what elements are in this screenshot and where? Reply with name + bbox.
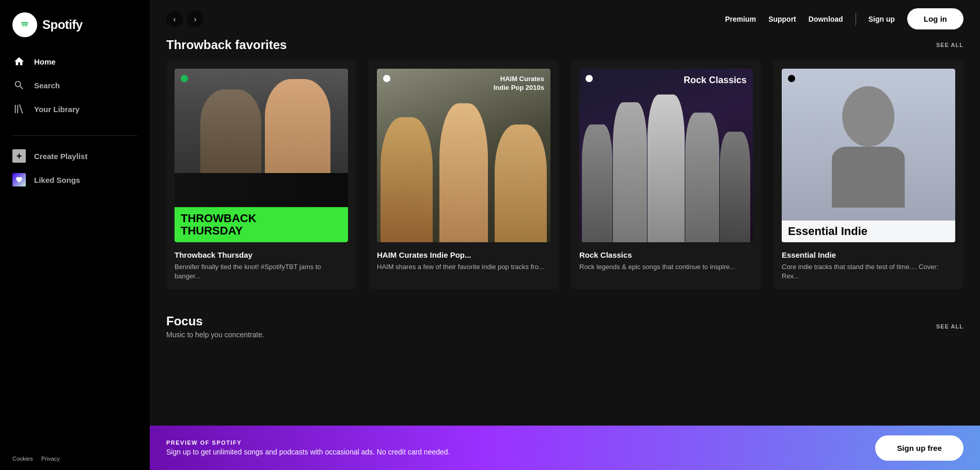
banner-description: Sign up to get unlimited songs and podca…	[166, 448, 450, 456]
svg-rect-2	[17, 105, 18, 114]
focus-title: Focus	[166, 314, 264, 328]
banner-preview-label: PREVIEW OF SPOTIFY	[166, 440, 450, 446]
focus-section: Focus Music to help you concentrate. SEE…	[166, 306, 963, 339]
library-icon	[12, 102, 26, 116]
sidebar-footer: Cookies Privacy	[0, 447, 150, 470]
card-rock-classics[interactable]: Rock Classics Rock Classics Rock legends…	[571, 60, 761, 289]
liked-songs-label: Liked Songs	[34, 176, 80, 184]
card-desc-haim: HAIM shares a few of their favorite indi…	[377, 262, 550, 272]
nav-arrows: ‹ ›	[166, 11, 203, 27]
card-title-throwback: Throwback Thursday	[175, 250, 348, 259]
card-title-haim: HAIM Curates Indie Pop...	[377, 250, 550, 259]
card-dot-white-rock	[586, 75, 593, 82]
privacy-link[interactable]: Privacy	[41, 456, 60, 462]
card-desc-indie: Core indie tracks that stand the test of…	[782, 262, 955, 281]
forward-button[interactable]: ›	[187, 11, 203, 27]
main-content: ‹ › Premium Support Download Sign up Log…	[150, 0, 980, 470]
rock-title-text: Rock Classics	[684, 75, 747, 86]
focus-see-all[interactable]: SEE ALL	[936, 323, 963, 330]
sidebar-item-library[interactable]: Your Library	[0, 97, 150, 121]
sidebar-actions: + Create Playlist Liked Songs	[0, 140, 150, 196]
support-link[interactable]: Support	[768, 15, 796, 23]
card-desc-throwback: Bennifer finally tied the knot! #Spotify…	[175, 262, 348, 281]
throwback-see-all[interactable]: SEE ALL	[936, 42, 963, 48]
card-desc-rock: Rock legends & epic songs that continue …	[579, 262, 753, 272]
throwback-overlay-text: THROWBACK THURSDAY	[175, 207, 348, 242]
haim-bg: HAIM Curates Indie Pop 2010s	[377, 69, 550, 242]
card-throwback-thursday[interactable]: THROWBACK THURSDAY Throwback Thursday Be…	[166, 60, 356, 289]
card-dot-white	[383, 75, 390, 82]
card-title-indie: Essential Indie	[782, 250, 955, 259]
throwback-section: Throwback favorites SEE ALL	[166, 38, 963, 289]
topbar: ‹ › Premium Support Download Sign up Log…	[150, 0, 980, 38]
create-playlist-button[interactable]: + Create Playlist	[0, 144, 150, 168]
logo-area: Spotify	[0, 12, 150, 50]
signup-link[interactable]: Sign up	[868, 15, 895, 23]
cookies-link[interactable]: Cookies	[12, 456, 33, 462]
signup-free-button[interactable]: Sign up free	[875, 435, 963, 461]
search-icon	[12, 79, 26, 92]
bottom-banner: PREVIEW OF SPOTIFY Sign up to get unlimi…	[150, 426, 980, 470]
throwback-bg: THROWBACK THURSDAY	[175, 69, 348, 242]
main-nav: Home Search Your Library	[0, 50, 150, 131]
heart-icon	[12, 173, 26, 186]
create-playlist-label: Create Playlist	[34, 152, 87, 161]
card-dot-black	[788, 75, 795, 82]
indie-label-text: Essential Indie	[782, 221, 955, 242]
focus-subtitle: Music to help you concentrate.	[166, 331, 264, 339]
rock-bg: Rock Classics	[579, 69, 753, 242]
throwback-cards-grid: THROWBACK THURSDAY Throwback Thursday Be…	[166, 60, 963, 289]
card-image-throwback: THROWBACK THURSDAY	[175, 69, 348, 242]
focus-title-group: Focus Music to help you concentrate.	[166, 314, 264, 339]
home-icon	[12, 55, 26, 68]
haim-text: HAIM Curates Indie Pop 2010s	[494, 75, 544, 92]
plus-icon: +	[12, 149, 26, 163]
liked-songs-button[interactable]: Liked Songs	[0, 168, 150, 192]
svg-point-0	[17, 17, 33, 33]
throwback-header: Throwback favorites SEE ALL	[166, 38, 963, 52]
card-dot-green	[181, 75, 188, 82]
content-scroll: Throwback favorites SEE ALL	[150, 38, 980, 426]
card-image-indie: Essential Indie	[782, 69, 955, 242]
spotify-wordmark: Spotify	[42, 18, 83, 32]
svg-rect-1	[15, 105, 16, 114]
card-haim[interactable]: HAIM Curates Indie Pop 2010s HAIM Curate…	[369, 60, 559, 289]
card-title-rock: Rock Classics	[579, 250, 753, 259]
sidebar-item-search[interactable]: Search	[0, 73, 150, 97]
back-button[interactable]: ‹	[166, 11, 183, 27]
topbar-divider	[856, 13, 856, 25]
download-link[interactable]: Download	[809, 15, 843, 23]
sidebar-item-home-label: Home	[34, 57, 56, 66]
card-image-haim: HAIM Curates Indie Pop 2010s	[377, 69, 550, 242]
topbar-right: Premium Support Download Sign up Log in	[725, 8, 963, 29]
sidebar: Spotify Home Search	[0, 0, 150, 470]
card-image-rock: Rock Classics	[579, 69, 753, 242]
sidebar-item-search-label: Search	[34, 81, 60, 90]
throwback-title: Throwback favorites	[166, 38, 287, 52]
banner-text: PREVIEW OF SPOTIFY Sign up to get unlimi…	[166, 440, 450, 456]
sidebar-item-library-label: Your Library	[34, 105, 80, 114]
focus-header: Focus Music to help you concentrate. SEE…	[166, 314, 963, 339]
sidebar-item-home[interactable]: Home	[0, 50, 150, 73]
spotify-logo-icon	[12, 12, 37, 37]
indie-bg: Essential Indie	[782, 69, 955, 242]
login-button[interactable]: Log in	[907, 8, 963, 29]
premium-link[interactable]: Premium	[725, 15, 756, 23]
card-essential-indie[interactable]: Essential Indie Essential Indie Core ind…	[773, 60, 963, 289]
